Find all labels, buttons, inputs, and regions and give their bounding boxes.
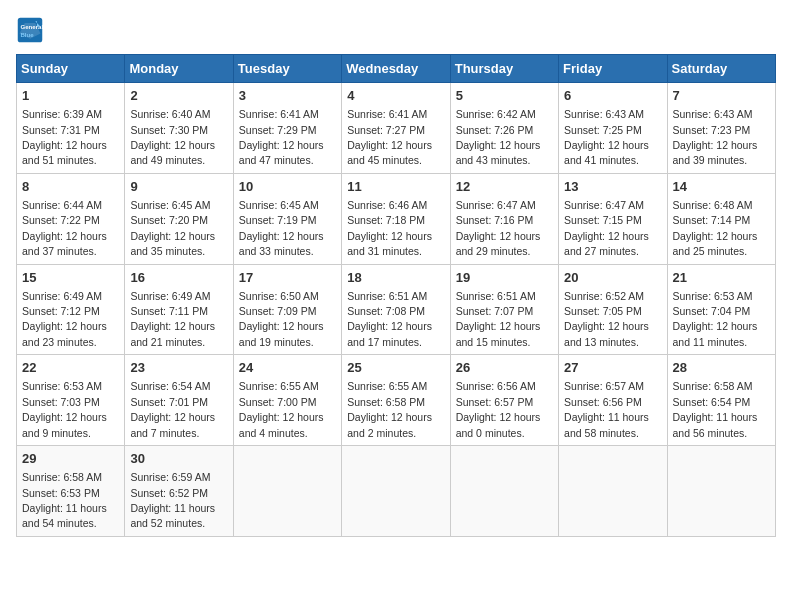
day-info: Sunrise: 6:54 AMSunset: 7:01 PMDaylight:… [130,380,215,438]
calendar-cell: 21 Sunrise: 6:53 AMSunset: 7:04 PMDaylig… [667,264,775,355]
day-number: 18 [347,269,444,287]
calendar-week-4: 22 Sunrise: 6:53 AMSunset: 7:03 PMDaylig… [17,355,776,446]
day-info: Sunrise: 6:58 AMSunset: 6:54 PMDaylight:… [673,380,758,438]
day-info: Sunrise: 6:59 AMSunset: 6:52 PMDaylight:… [130,471,215,529]
day-number: 30 [130,450,227,468]
day-info: Sunrise: 6:56 AMSunset: 6:57 PMDaylight:… [456,380,541,438]
day-number: 20 [564,269,661,287]
calendar-cell: 28 Sunrise: 6:58 AMSunset: 6:54 PMDaylig… [667,355,775,446]
logo: General Blue [16,16,48,44]
day-info: Sunrise: 6:45 AMSunset: 7:20 PMDaylight:… [130,199,215,257]
calendar-cell: 30 Sunrise: 6:59 AMSunset: 6:52 PMDaylig… [125,446,233,537]
day-info: Sunrise: 6:53 AMSunset: 7:04 PMDaylight:… [673,290,758,348]
day-info: Sunrise: 6:50 AMSunset: 7:09 PMDaylight:… [239,290,324,348]
calendar-cell: 3 Sunrise: 6:41 AMSunset: 7:29 PMDayligh… [233,83,341,174]
day-info: Sunrise: 6:48 AMSunset: 7:14 PMDaylight:… [673,199,758,257]
day-number: 1 [22,87,119,105]
day-number: 25 [347,359,444,377]
header: General Blue [16,16,776,44]
day-info: Sunrise: 6:43 AMSunset: 7:25 PMDaylight:… [564,108,649,166]
day-number: 24 [239,359,336,377]
day-number: 6 [564,87,661,105]
day-number: 29 [22,450,119,468]
day-info: Sunrise: 6:44 AMSunset: 7:22 PMDaylight:… [22,199,107,257]
calendar-cell [559,446,667,537]
calendar-cell: 20 Sunrise: 6:52 AMSunset: 7:05 PMDaylig… [559,264,667,355]
day-number: 10 [239,178,336,196]
calendar-cell: 26 Sunrise: 6:56 AMSunset: 6:57 PMDaylig… [450,355,558,446]
day-info: Sunrise: 6:49 AMSunset: 7:12 PMDaylight:… [22,290,107,348]
day-number: 14 [673,178,770,196]
day-number: 19 [456,269,553,287]
day-number: 2 [130,87,227,105]
day-info: Sunrise: 6:55 AMSunset: 6:58 PMDaylight:… [347,380,432,438]
day-info: Sunrise: 6:51 AMSunset: 7:08 PMDaylight:… [347,290,432,348]
day-number: 3 [239,87,336,105]
calendar-cell: 9 Sunrise: 6:45 AMSunset: 7:20 PMDayligh… [125,173,233,264]
day-number: 7 [673,87,770,105]
calendar-cell: 13 Sunrise: 6:47 AMSunset: 7:15 PMDaylig… [559,173,667,264]
calendar-cell: 10 Sunrise: 6:45 AMSunset: 7:19 PMDaylig… [233,173,341,264]
day-number: 13 [564,178,661,196]
calendar-cell: 2 Sunrise: 6:40 AMSunset: 7:30 PMDayligh… [125,83,233,174]
day-number: 28 [673,359,770,377]
day-number: 12 [456,178,553,196]
calendar-cell: 11 Sunrise: 6:46 AMSunset: 7:18 PMDaylig… [342,173,450,264]
weekday-header-row: SundayMondayTuesdayWednesdayThursdayFrid… [17,55,776,83]
weekday-header-thursday: Thursday [450,55,558,83]
day-info: Sunrise: 6:47 AMSunset: 7:15 PMDaylight:… [564,199,649,257]
calendar-week-5: 29 Sunrise: 6:58 AMSunset: 6:53 PMDaylig… [17,446,776,537]
day-info: Sunrise: 6:51 AMSunset: 7:07 PMDaylight:… [456,290,541,348]
day-number: 27 [564,359,661,377]
day-info: Sunrise: 6:57 AMSunset: 6:56 PMDaylight:… [564,380,649,438]
day-info: Sunrise: 6:42 AMSunset: 7:26 PMDaylight:… [456,108,541,166]
day-number: 21 [673,269,770,287]
calendar-cell: 14 Sunrise: 6:48 AMSunset: 7:14 PMDaylig… [667,173,775,264]
day-info: Sunrise: 6:45 AMSunset: 7:19 PMDaylight:… [239,199,324,257]
day-info: Sunrise: 6:41 AMSunset: 7:29 PMDaylight:… [239,108,324,166]
calendar-table: SundayMondayTuesdayWednesdayThursdayFrid… [16,54,776,537]
calendar-cell: 16 Sunrise: 6:49 AMSunset: 7:11 PMDaylig… [125,264,233,355]
day-number: 26 [456,359,553,377]
day-number: 9 [130,178,227,196]
weekday-header-tuesday: Tuesday [233,55,341,83]
day-info: Sunrise: 6:43 AMSunset: 7:23 PMDaylight:… [673,108,758,166]
calendar-cell: 25 Sunrise: 6:55 AMSunset: 6:58 PMDaylig… [342,355,450,446]
calendar-cell: 12 Sunrise: 6:47 AMSunset: 7:16 PMDaylig… [450,173,558,264]
day-info: Sunrise: 6:55 AMSunset: 7:00 PMDaylight:… [239,380,324,438]
calendar-cell: 24 Sunrise: 6:55 AMSunset: 7:00 PMDaylig… [233,355,341,446]
weekday-header-friday: Friday [559,55,667,83]
day-number: 22 [22,359,119,377]
calendar-cell: 5 Sunrise: 6:42 AMSunset: 7:26 PMDayligh… [450,83,558,174]
calendar-cell: 7 Sunrise: 6:43 AMSunset: 7:23 PMDayligh… [667,83,775,174]
day-number: 23 [130,359,227,377]
day-number: 11 [347,178,444,196]
calendar-cell: 23 Sunrise: 6:54 AMSunset: 7:01 PMDaylig… [125,355,233,446]
day-info: Sunrise: 6:47 AMSunset: 7:16 PMDaylight:… [456,199,541,257]
day-info: Sunrise: 6:40 AMSunset: 7:30 PMDaylight:… [130,108,215,166]
day-info: Sunrise: 6:46 AMSunset: 7:18 PMDaylight:… [347,199,432,257]
weekday-header-saturday: Saturday [667,55,775,83]
weekday-header-monday: Monday [125,55,233,83]
calendar-week-3: 15 Sunrise: 6:49 AMSunset: 7:12 PMDaylig… [17,264,776,355]
calendar-cell [667,446,775,537]
calendar-cell: 4 Sunrise: 6:41 AMSunset: 7:27 PMDayligh… [342,83,450,174]
day-info: Sunrise: 6:58 AMSunset: 6:53 PMDaylight:… [22,471,107,529]
calendar-cell: 22 Sunrise: 6:53 AMSunset: 7:03 PMDaylig… [17,355,125,446]
day-info: Sunrise: 6:41 AMSunset: 7:27 PMDaylight:… [347,108,432,166]
calendar-cell: 27 Sunrise: 6:57 AMSunset: 6:56 PMDaylig… [559,355,667,446]
calendar-cell: 15 Sunrise: 6:49 AMSunset: 7:12 PMDaylig… [17,264,125,355]
day-info: Sunrise: 6:52 AMSunset: 7:05 PMDaylight:… [564,290,649,348]
calendar-cell: 19 Sunrise: 6:51 AMSunset: 7:07 PMDaylig… [450,264,558,355]
day-info: Sunrise: 6:53 AMSunset: 7:03 PMDaylight:… [22,380,107,438]
calendar-cell: 1 Sunrise: 6:39 AMSunset: 7:31 PMDayligh… [17,83,125,174]
calendar-cell [233,446,341,537]
weekday-header-wednesday: Wednesday [342,55,450,83]
day-number: 5 [456,87,553,105]
svg-text:Blue: Blue [20,31,34,38]
calendar-cell: 18 Sunrise: 6:51 AMSunset: 7:08 PMDaylig… [342,264,450,355]
day-number: 17 [239,269,336,287]
calendar-week-1: 1 Sunrise: 6:39 AMSunset: 7:31 PMDayligh… [17,83,776,174]
svg-text:General: General [20,23,43,30]
calendar-cell [342,446,450,537]
